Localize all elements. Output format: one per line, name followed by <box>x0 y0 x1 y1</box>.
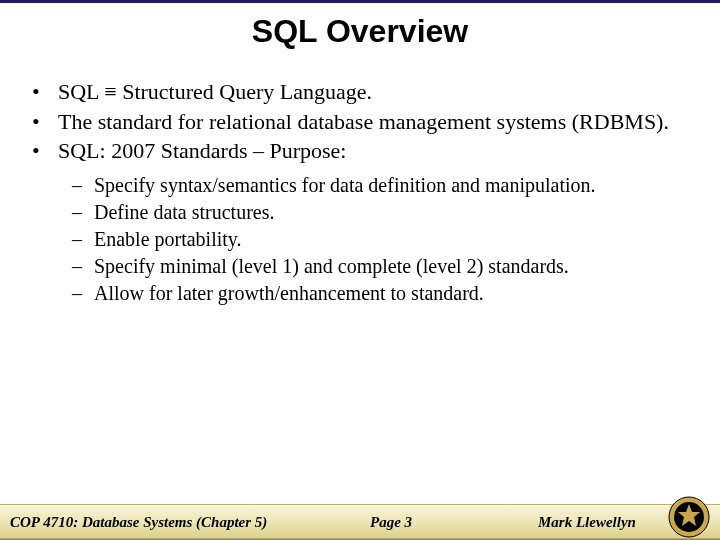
slide-title: SQL Overview <box>0 13 720 50</box>
sub-bullet-item: Allow for later growth/enhancement to st… <box>94 281 692 306</box>
slide-content: SQL ≡ Structured Query Language. The sta… <box>0 78 720 306</box>
bullet-item: SQL: 2007 Standards – Purpose: Specify s… <box>58 137 692 306</box>
ucf-logo-icon <box>668 496 710 538</box>
sub-bullet-item: Define data structures. <box>94 200 692 225</box>
bullet-item: The standard for relational database man… <box>58 108 692 136</box>
footer-page: Page 3 <box>370 504 412 540</box>
footer-course: COP 4710: Database Systems (Chapter 5) <box>10 504 267 540</box>
footer: COP 4710: Database Systems (Chapter 5) P… <box>0 496 720 540</box>
sub-bullet-item: Specify syntax/semantics for data defini… <box>94 173 692 198</box>
bullet-item: SQL ≡ Structured Query Language. <box>58 78 692 106</box>
top-rule <box>0 0 720 3</box>
sub-bullet-item: Specify minimal (level 1) and complete (… <box>94 254 692 279</box>
bullet-text: SQL: 2007 Standards – Purpose: <box>58 138 346 163</box>
sub-bullet-list: Specify syntax/semantics for data defini… <box>58 173 692 306</box>
footer-author: Mark Llewellyn <box>538 504 636 540</box>
sub-bullet-item: Enable portability. <box>94 227 692 252</box>
bullet-list: SQL ≡ Structured Query Language. The sta… <box>28 78 692 306</box>
